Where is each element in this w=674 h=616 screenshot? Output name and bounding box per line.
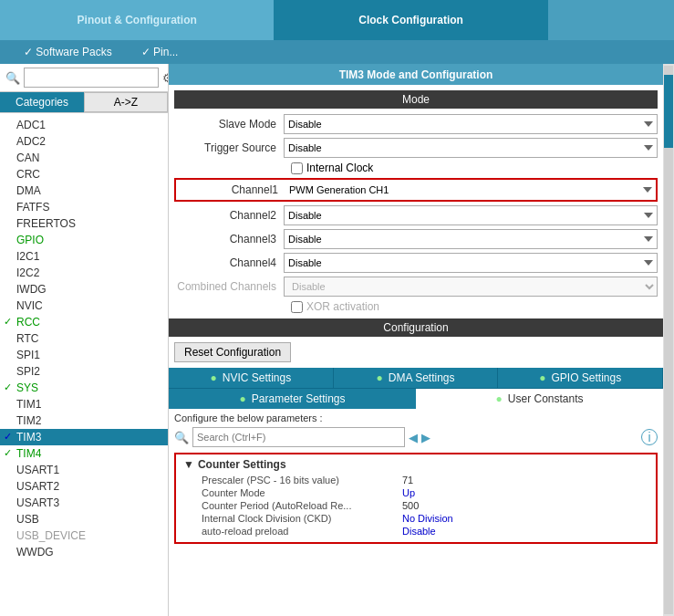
sidebar-tabs: Categories A->Z (0, 92, 168, 113)
sidebar-item-crc[interactable]: CRC (0, 166, 168, 183)
channel4-label: Channel4 (174, 256, 284, 269)
right-content: TIM3 Mode and Configuration Mode Slave M… (169, 64, 663, 616)
search-input[interactable] (24, 68, 159, 88)
sidebar-item-usb[interactable]: USB (0, 511, 168, 527)
gpio-settings-tab[interactable]: ● GPIO Settings (498, 368, 663, 388)
params-search: 🔍 ◀ ▶ i (174, 427, 658, 447)
sidebar-item-spi1[interactable]: SPI1 (0, 347, 168, 363)
categories-tab[interactable]: Categories (0, 92, 84, 112)
nvic-dot: ● (210, 371, 216, 384)
az-tab[interactable]: A->Z (84, 92, 168, 112)
mode-header: Mode (174, 90, 658, 109)
internal-clock-label: Internal Clock (306, 162, 373, 174)
internal-clock-checkbox[interactable] (291, 162, 303, 174)
extra-tab-area (548, 0, 674, 40)
gear-icon[interactable]: ⚙ (162, 71, 169, 85)
sidebar-item-rcc[interactable]: ✓RCC (0, 314, 168, 330)
sidebar-list: ADC1ADC2CANCRCDMAFATFSFREERTOSGPIOI2C1I2… (0, 113, 168, 616)
config-section: Configuration Reset Configuration ● NVIC… (169, 318, 663, 616)
param-name: Counter Mode (183, 487, 402, 498)
slave-mode-select[interactable]: Disable (284, 114, 658, 134)
combined-channels-select[interactable]: Disable (284, 277, 658, 297)
xor-label: XOR activation (306, 300, 379, 313)
xor-row: XOR activation (174, 300, 658, 313)
software-packs-btn[interactable]: ✓ Software Packs (9, 46, 127, 58)
trigger-source-select[interactable]: Disable (284, 138, 658, 158)
sidebar-item-rtc[interactable]: RTC (0, 330, 168, 347)
pin-btn[interactable]: ✓ Pin... (127, 46, 193, 58)
trigger-source-label: Trigger Source (174, 141, 284, 154)
combined-channels-label: Combined Channels (174, 280, 284, 293)
scrollbar-track (664, 66, 673, 614)
parameter-settings-tab[interactable]: ● Parameter Settings (169, 389, 416, 409)
param-value: Disable (402, 526, 436, 537)
combined-channels-row: Combined Channels Disable (174, 277, 658, 297)
sidebar-item-sys[interactable]: ✓SYS (0, 380, 168, 396)
sub-bar: ✓ Software Packs ✓ Pin... (0, 40, 674, 64)
channel2-select[interactable]: Disable (284, 205, 658, 225)
counter-settings-title: ▼ Counter Settings (183, 458, 648, 471)
sidebar-item-adc2[interactable]: ADC2 (0, 133, 168, 150)
title-bar: TIM3 Mode and Configuration (169, 64, 663, 85)
scrollbar[interactable] (663, 64, 674, 616)
sidebar-item-freertos[interactable]: FREERTOS (0, 215, 168, 232)
params-label: Configure the below parameters : (174, 412, 658, 423)
param-row: auto-reload preloadDisable (183, 526, 648, 537)
internal-clock-row: Internal Clock (174, 162, 658, 174)
sidebar-item-spi2[interactable]: SPI2 (0, 363, 168, 380)
param-name: Internal Clock Division (CKD) (183, 513, 402, 524)
config-tabs-bottom: ● Parameter Settings ● User Constants (169, 388, 663, 409)
info-icon[interactable]: i (641, 429, 658, 445)
sidebar-item-nvic[interactable]: NVIC (0, 298, 168, 314)
channel3-select[interactable]: Disable (284, 229, 658, 249)
sidebar-item-gpio[interactable]: GPIO (0, 232, 168, 248)
sidebar-item-usart3[interactable]: USART3 (0, 495, 168, 511)
sidebar-item-can[interactable]: CAN (0, 150, 168, 166)
pinout-config-tab[interactable]: Pinout & Configuration (0, 0, 274, 40)
sidebar-item-tim4[interactable]: ✓TIM4 (0, 445, 168, 462)
sidebar: 🔍 ⚙ Categories A->Z ADC1ADC2CANCRCDMAFAT… (0, 64, 169, 616)
sidebar-item-tim2[interactable]: TIM2 (0, 412, 168, 429)
sidebar-item-dma[interactable]: DMA (0, 183, 168, 199)
channel1-row: Channel1 PWM Generation CH1 (174, 178, 658, 202)
nvic-settings-tab[interactable]: ● NVIC Settings (169, 368, 334, 388)
channel2-label: Channel2 (174, 209, 284, 222)
params-search-input[interactable] (192, 427, 405, 447)
channel4-row: Channel4 Disable (174, 253, 658, 273)
param-name: auto-reload preload (183, 526, 402, 537)
channel2-row: Channel2 Disable (174, 205, 658, 225)
param-row: Prescaler (PSC - 16 bits value)71 (183, 475, 648, 485)
channel4-select[interactable]: Disable (284, 253, 658, 273)
user-constants-tab[interactable]: ● User Constants (416, 389, 663, 409)
dma-dot: ● (377, 371, 383, 384)
user-dot: ● (495, 392, 502, 405)
param-row: Counter ModeUp (183, 487, 648, 498)
search-icon: 🔍 (5, 71, 20, 85)
xor-checkbox[interactable] (291, 301, 303, 313)
counter-expand-icon[interactable]: ▼ (183, 458, 194, 471)
clock-config-tab[interactable]: Clock Configuration (274, 0, 547, 40)
sidebar-item-i2c1[interactable]: I2C1 (0, 248, 168, 265)
sidebar-item-usart1[interactable]: USART1 (0, 462, 168, 478)
sidebar-item-tim1[interactable]: TIM1 (0, 396, 168, 412)
slave-mode-label: Slave Mode (174, 118, 284, 131)
sidebar-item-tim3[interactable]: ✓TIM3 (0, 429, 168, 445)
param-value: Up (402, 487, 415, 498)
reset-config-button[interactable]: Reset Configuration (174, 342, 291, 362)
sidebar-item-adc1[interactable]: ADC1 (0, 117, 168, 133)
channel3-row: Channel3 Disable (174, 229, 658, 249)
sidebar-item-fatfs[interactable]: FATFS (0, 199, 168, 215)
sidebar-item-iwdg[interactable]: IWDG (0, 281, 168, 298)
sidebar-item-usart2[interactable]: USART2 (0, 478, 168, 495)
slave-mode-row: Slave Mode Disable (174, 114, 658, 134)
sidebar-item-wwdg[interactable]: WWDG (0, 544, 168, 560)
channel1-select[interactable]: PWM Generation CH1 (285, 180, 656, 200)
prev-icon[interactable]: ◀ (409, 431, 418, 444)
channel3-label: Channel3 (174, 233, 284, 245)
next-icon[interactable]: ▶ (421, 431, 430, 444)
trigger-source-row: Trigger Source Disable (174, 138, 658, 158)
sidebar-item-i2c2[interactable]: I2C2 (0, 265, 168, 281)
param-value: 71 (402, 475, 413, 485)
sidebar-item-usb_device[interactable]: USB_DEVICE (0, 527, 168, 544)
dma-settings-tab[interactable]: ● DMA Settings (334, 368, 499, 388)
